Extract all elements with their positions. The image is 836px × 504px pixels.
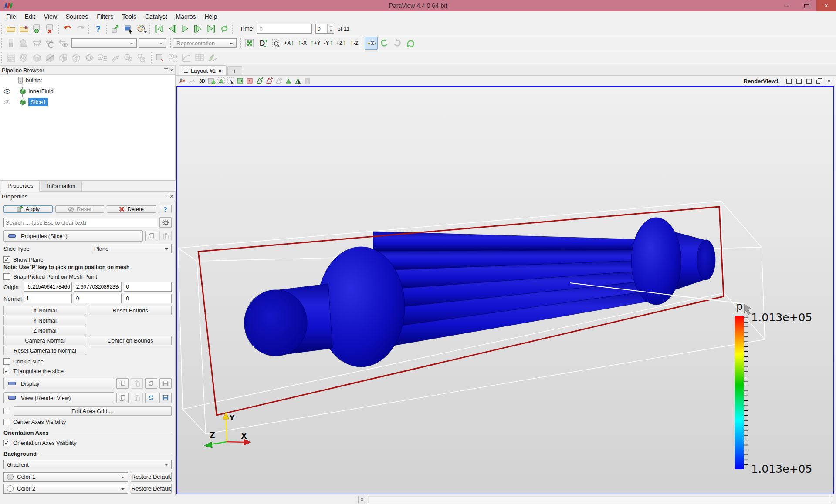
axes-grid-checkbox[interactable] [3,408,10,414]
origin-y-input[interactable] [74,282,122,292]
open-file-button[interactable] [4,23,17,35]
capture-screenshot-button[interactable] [122,23,135,35]
color2-button[interactable]: Color 2 [3,484,128,494]
toolbar-handle[interactable] [1,52,3,63]
search-options-button[interactable] [159,217,172,228]
edit-axes-grid-button[interactable]: Edit Axes Grid ... [14,406,172,416]
spin-down-icon[interactable]: ▼ [328,29,334,33]
select-cells-polygon-button[interactable] [255,77,264,85]
section-properties-slice1[interactable]: Properties (Slice1) [3,230,143,242]
time-input[interactable] [257,24,312,34]
vcr-last-frame-button[interactable] [205,23,218,35]
camera-plus-z-button[interactable]: +Z↑ [335,37,348,50]
abort-progress-button[interactable]: × [358,496,366,503]
edit-color-map-icon[interactable] [17,37,30,50]
toolbar-handle[interactable] [106,24,108,34]
copy-properties-button[interactable] [145,231,157,241]
interactive-select-points-button[interactable] [293,77,303,85]
interactive-select-cells-button[interactable] [284,77,293,85]
snap-row[interactable]: Snap Picked Point on Mesh Point [3,272,172,280]
toolbar-handle[interactable] [88,24,90,34]
auto-apply-button[interactable] [109,23,122,35]
warp-by-vector-icon[interactable] [109,51,122,64]
python-shell-icon[interactable] [206,51,219,64]
reload-view-button[interactable] [145,393,157,403]
center-axes-checkbox[interactable] [3,419,10,425]
panel-help-button[interactable]: ? [159,205,172,213]
split-vertical-button[interactable] [795,77,803,85]
reset-camera-button[interactable] [243,37,256,50]
threshold-icon[interactable] [57,51,70,64]
contour-icon[interactable] [17,51,30,64]
camera-minus-x-button[interactable]: ↑-X [296,37,309,50]
toolbar-handle[interactable] [240,38,242,48]
show-plane-row[interactable]: ✓Show Plane [3,255,172,263]
visibility-eye-icon[interactable] [0,100,14,105]
rescale-custom-range-icon[interactable] [44,37,57,50]
slice-type-combo[interactable]: Plane [91,244,172,253]
toolbar-handle[interactable] [151,52,152,63]
select-points-on-button[interactable] [226,77,236,85]
menu-sources[interactable]: Sources [61,12,92,21]
normal-y-input[interactable] [74,294,122,303]
camera-minus-y-button[interactable]: -Y↑ [322,37,335,50]
render-view-name[interactable]: RenderView1 [744,78,779,84]
center-on-bounds-button[interactable]: Center on Bounds [89,336,172,345]
normal-z-input[interactable] [124,294,172,303]
visibility-eye-icon[interactable] [0,89,14,94]
origin-z-input[interactable] [124,282,172,292]
background-mode-combo[interactable]: Gradient [3,460,172,469]
menu-tools[interactable]: Tools [118,12,141,21]
camera-normal-button[interactable]: Camera Normal [3,336,86,345]
zoom-to-data-button[interactable]: D [256,37,269,50]
menu-macros[interactable]: Macros [172,12,200,21]
vcr-loop-button[interactable] [218,23,231,35]
rescale-data-range-icon[interactable] [30,37,44,50]
rotate-90-cw-button[interactable] [391,37,404,50]
pipeline-item-builtin[interactable]: builtin: [0,75,175,86]
toolbar-handle[interactable] [1,38,3,48]
redo-button[interactable] [74,23,87,35]
extract-subset-icon[interactable] [70,51,83,64]
center-axes-row[interactable]: Center Axes Visibility [3,418,172,426]
float-view-button[interactable] [815,77,823,85]
camera-minus-z-button[interactable]: ↑-Z [348,37,360,50]
new-layout-tab[interactable]: + [227,66,242,75]
frame-spinbox[interactable]: ▲▼ [315,24,334,34]
capture-view-button[interactable] [188,77,197,85]
toolbar-handle[interactable] [58,24,60,34]
menu-catalyst[interactable]: Catalyst [141,12,172,21]
maximize-view-button[interactable] [805,77,813,85]
dock-float-icon[interactable] [164,195,168,198]
copy-display-button[interactable] [116,378,129,389]
x-normal-button[interactable]: X Normal [3,306,86,315]
triangulate-checkbox[interactable]: ✓ [3,368,10,374]
paste-display-button[interactable] [131,378,143,389]
pipeline-item-slice1[interactable]: Slice1 [0,97,175,108]
select-block-button[interactable] [274,77,284,85]
menu-view[interactable]: View [40,12,61,21]
camera-plus-y-button[interactable]: ↑+Y [308,37,322,50]
reset-session-button[interactable] [207,77,217,85]
extract-group-icon[interactable] [135,51,148,64]
plot-over-line-icon[interactable] [180,51,193,64]
camera-plus-x-button[interactable]: +X↑ [282,37,296,50]
load-state-button[interactable] [17,23,30,35]
vcr-previous-frame-button[interactable] [166,23,179,35]
group-datasets-icon[interactable] [122,51,135,64]
help-button[interactable]: ? [91,23,105,35]
orientation-axes-row[interactable]: ✓Orientation Axes Visibility [3,439,172,447]
close-view-button[interactable]: × [825,77,833,85]
copy-view-button[interactable] [116,393,129,403]
color-component-combo[interactable] [139,38,166,48]
search-input[interactable] [3,218,157,227]
dock-float-icon[interactable] [164,68,168,72]
save-display-button[interactable] [159,378,172,389]
origin-x-input[interactable] [24,282,72,292]
frame-input[interactable] [316,24,327,33]
orientation-axes-checkbox[interactable]: ✓ [3,440,10,446]
triangulate-row[interactable]: ✓Triangulate the slice [3,367,172,375]
save-view-button[interactable] [159,393,172,403]
tab-information[interactable]: Information [41,181,82,191]
crinkle-row[interactable]: Crinkle slice [3,357,172,365]
